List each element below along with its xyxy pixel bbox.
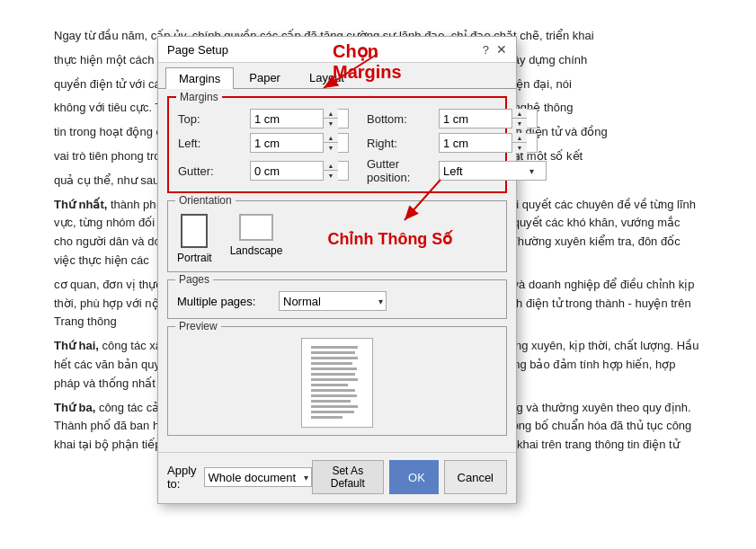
preview-line bbox=[311, 346, 358, 349]
bottom-arrows: ▲ ▼ bbox=[511, 109, 527, 128]
orientation-section: Orientation Portrait Landscape Chỉnh Thô… bbox=[167, 200, 507, 272]
apply-to-select[interactable]: Whole document This point forward bbox=[204, 467, 312, 487]
left-up-arrow[interactable]: ▲ bbox=[324, 133, 338, 143]
dialog-titlebar: Page Setup ? ✕ bbox=[158, 37, 516, 63]
pages-label: Pages bbox=[175, 273, 213, 286]
preview-line bbox=[311, 394, 357, 397]
top-label: Top: bbox=[178, 112, 250, 126]
dialog-controls: ? ✕ bbox=[483, 42, 507, 57]
pages-section: Pages Multiple pages: Normal Mirror marg… bbox=[167, 279, 507, 319]
top-arrows: ▲ ▼ bbox=[323, 109, 338, 128]
tab-layout[interactable]: Layout bbox=[296, 66, 358, 88]
preview-line bbox=[311, 384, 348, 386]
preview-line bbox=[311, 400, 351, 403]
orientation-options: Portrait Landscape Chỉnh Thông Số bbox=[177, 214, 497, 264]
preview-box bbox=[301, 338, 373, 428]
portrait-icon bbox=[181, 214, 208, 248]
ok-button[interactable]: OK bbox=[389, 460, 438, 494]
chinh-annotation-text: Chỉnh Thông Số bbox=[327, 229, 452, 249]
right-spinner[interactable]: ▲ ▼ bbox=[439, 133, 538, 153]
gutter-pos-select[interactable]: Left Top bbox=[439, 161, 547, 181]
landscape-label: Landscape bbox=[230, 244, 283, 257]
left-input[interactable] bbox=[251, 134, 323, 152]
margins-grid: Top: ▲ ▼ Bottom: ▲ ▼ bbox=[178, 109, 496, 184]
gutter-arrows: ▲ ▼ bbox=[323, 161, 338, 181]
portrait-option[interactable]: Portrait bbox=[177, 214, 212, 264]
apply-to-row: Apply to: Whole document This point forw… bbox=[167, 464, 312, 491]
preview-line bbox=[311, 405, 358, 408]
right-up-arrow[interactable]: ▲ bbox=[512, 133, 527, 143]
apply-to-label: Apply to: bbox=[167, 464, 197, 491]
bottom-down-arrow[interactable]: ▼ bbox=[512, 119, 527, 128]
dialog-body: Margins Top: ▲ ▼ Bottom: ▲ bbox=[158, 89, 516, 452]
preview-section: Preview bbox=[167, 326, 507, 436]
left-label: Left: bbox=[178, 137, 250, 150]
left-down-arrow[interactable]: ▼ bbox=[324, 143, 338, 153]
page-setup-dialog: Page Setup ? ✕ Margins Paper Layout Marg… bbox=[157, 36, 517, 504]
landscape-option[interactable]: Landscape bbox=[230, 214, 283, 257]
top-input[interactable] bbox=[251, 110, 323, 128]
margins-section-label: Margins bbox=[176, 91, 222, 103]
gutter-up-arrow[interactable]: ▲ bbox=[324, 161, 338, 171]
left-arrows: ▲ ▼ bbox=[323, 133, 338, 153]
left-spinner[interactable]: ▲ ▼ bbox=[250, 133, 349, 153]
preview-line bbox=[311, 378, 358, 381]
bottom-up-arrow[interactable]: ▲ bbox=[512, 109, 527, 119]
gutter-input[interactable] bbox=[251, 162, 323, 180]
preview-line bbox=[311, 362, 352, 365]
gutter-pos-label: Gutter position: bbox=[367, 157, 439, 184]
dialog-help-button[interactable]: ? bbox=[483, 43, 489, 57]
bottom-buttons: Set As Default OK Cancel bbox=[312, 460, 507, 494]
preview-line bbox=[311, 373, 355, 376]
preview-lines bbox=[302, 339, 372, 426]
top-up-arrow[interactable]: ▲ bbox=[324, 109, 338, 119]
multiple-pages-wrapper[interactable]: Normal Mirror margins 2 pages per sheet … bbox=[279, 291, 387, 311]
preview-line bbox=[311, 357, 358, 359]
tab-margins[interactable]: Margins bbox=[165, 67, 234, 89]
right-arrows: ▲ ▼ bbox=[511, 133, 527, 153]
multiple-pages-select[interactable]: Normal Mirror margins 2 pages per sheet … bbox=[279, 291, 387, 311]
multiple-pages-label: Multiple pages: bbox=[177, 295, 271, 308]
bottom-input[interactable] bbox=[440, 110, 511, 128]
gutter-pos-wrapper[interactable]: Left Top bbox=[439, 161, 538, 181]
bottom-spinner[interactable]: ▲ ▼ bbox=[439, 109, 538, 128]
preview-line bbox=[311, 389, 355, 392]
landscape-icon bbox=[239, 214, 273, 241]
top-down-arrow[interactable]: ▼ bbox=[324, 119, 338, 128]
pages-row: Multiple pages: Normal Mirror margins 2 … bbox=[177, 291, 497, 311]
dialog-title: Page Setup bbox=[167, 43, 228, 57]
top-spinner[interactable]: ▲ ▼ bbox=[250, 109, 349, 128]
set-as-default-button[interactable]: Set As Default bbox=[312, 460, 385, 494]
margins-section: Margins Top: ▲ ▼ Bottom: ▲ bbox=[167, 96, 507, 193]
gutter-spinner[interactable]: ▲ ▼ bbox=[250, 161, 349, 181]
dialog-tabs: Margins Paper Layout bbox=[158, 63, 516, 89]
right-input[interactable] bbox=[440, 134, 511, 152]
preview-label: Preview bbox=[175, 320, 221, 332]
preview-line bbox=[311, 416, 342, 419]
portrait-label: Portrait bbox=[177, 252, 212, 264]
dialog-close-button[interactable]: ✕ bbox=[496, 42, 507, 57]
preview-line bbox=[311, 411, 354, 413]
bottom-label: Bottom: bbox=[367, 112, 439, 126]
right-down-arrow[interactable]: ▼ bbox=[512, 143, 527, 153]
orientation-label: Orientation bbox=[175, 194, 236, 207]
dialog-bottom: Apply to: Whole document This point forw… bbox=[158, 452, 516, 503]
right-label: Right: bbox=[367, 137, 439, 150]
preview-line bbox=[311, 367, 357, 370]
cancel-button[interactable]: Cancel bbox=[444, 460, 507, 494]
preview-line bbox=[311, 351, 355, 354]
gutter-label: Gutter: bbox=[178, 164, 250, 178]
apply-to-wrapper[interactable]: Whole document This point forward bbox=[204, 467, 312, 487]
gutter-down-arrow[interactable]: ▼ bbox=[324, 171, 338, 181]
tab-paper[interactable]: Paper bbox=[236, 66, 294, 88]
